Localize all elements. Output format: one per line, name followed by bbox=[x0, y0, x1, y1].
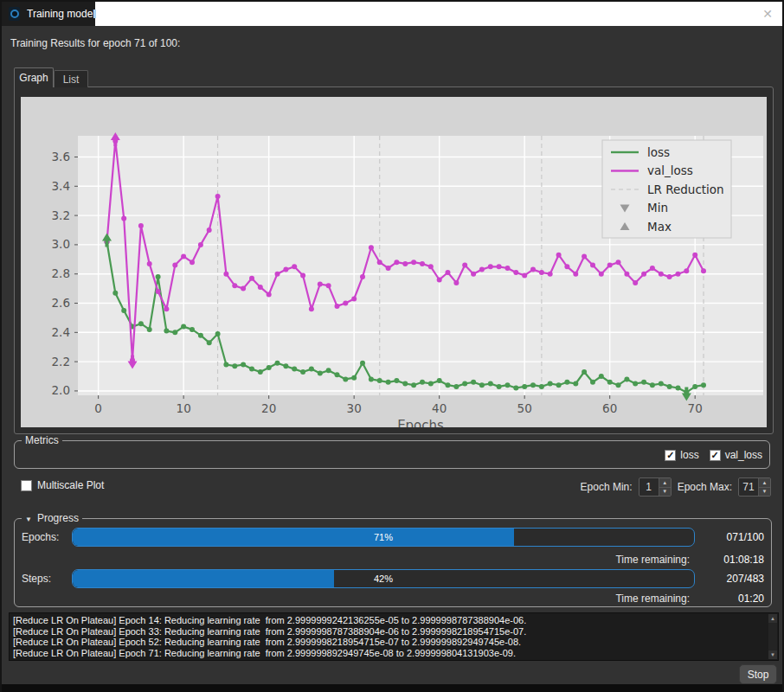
spin-up-icon[interactable]: ▲ bbox=[759, 478, 770, 488]
svg-text:3.4: 3.4 bbox=[52, 179, 70, 193]
stop-button[interactable]: Stop bbox=[739, 664, 777, 684]
svg-text:30: 30 bbox=[347, 401, 362, 415]
svg-text:2.0: 2.0 bbox=[52, 383, 70, 397]
epochs-progress-fraction: 071/100 bbox=[727, 531, 764, 543]
log-line: [Reduce LR On Plateau] Epoch 71: Reducin… bbox=[13, 648, 764, 659]
svg-text:40: 40 bbox=[432, 401, 447, 415]
checkbox-check-icon[interactable]: ✓ bbox=[665, 450, 676, 461]
metrics-groupbox: Metrics ✓ loss ✓ val_loss bbox=[14, 440, 770, 469]
training-status-text: Training Results for epoch 71 of 100: bbox=[10, 37, 180, 49]
multiscale-plot-checkbox[interactable]: Multiscale Plot bbox=[21, 479, 104, 491]
scroll-down-icon[interactable]: ▼ bbox=[768, 650, 777, 659]
spin-up-icon[interactable]: ▲ bbox=[659, 478, 671, 488]
epochs-progress-bar: 71% bbox=[72, 528, 695, 547]
svg-text:70: 70 bbox=[688, 401, 703, 415]
window-title: Training model bbox=[27, 8, 95, 20]
legend-label: Max bbox=[647, 220, 672, 234]
epoch-max-label: Epoch Max: bbox=[678, 481, 732, 493]
epochs-progress-label: Epochs: bbox=[22, 531, 59, 543]
log-line: [Reduce LR On Plateau] Epoch 14: Reducin… bbox=[13, 615, 764, 626]
metric-loss-label: loss bbox=[680, 449, 698, 461]
metric-checkbox-loss[interactable]: ✓ loss bbox=[665, 449, 698, 461]
metric-val-loss-label: val_loss bbox=[725, 449, 762, 461]
svg-text:2.6: 2.6 bbox=[52, 296, 70, 310]
epochs-progress-percent: 71% bbox=[73, 529, 694, 546]
legend-label: LR Reduction bbox=[647, 183, 724, 196]
svg-text:3.0: 3.0 bbox=[52, 237, 70, 251]
titlebar-accent-sliver bbox=[93, 10, 96, 18]
svg-text:60: 60 bbox=[602, 401, 617, 415]
svg-text:3.6: 3.6 bbox=[52, 150, 70, 163]
steps-progress-bar: 42% bbox=[72, 569, 695, 588]
spin-down-icon[interactable]: ▼ bbox=[759, 488, 770, 497]
bottom-strip bbox=[0, 684, 784, 692]
epochs-time-remaining-value: 01:08:18 bbox=[690, 554, 764, 566]
app-icon bbox=[9, 7, 20, 21]
titlebar: Training model ✕ bbox=[2, 2, 782, 26]
legend-label: loss bbox=[647, 145, 670, 159]
spin-down-icon[interactable]: ▼ bbox=[659, 488, 671, 497]
progress-group-header[interactable]: ▼Progress bbox=[22, 512, 82, 524]
checkbox-check-icon[interactable]: ✓ bbox=[710, 450, 721, 461]
steps-progress-fraction: 207/483 bbox=[727, 573, 764, 585]
svg-text:50: 50 bbox=[517, 401, 532, 415]
collapse-triangle-icon[interactable]: ▼ bbox=[25, 516, 32, 523]
close-icon[interactable]: ✕ bbox=[760, 7, 775, 21]
scroll-up-icon[interactable]: ▲ bbox=[768, 614, 777, 623]
checkbox-empty-icon[interactable] bbox=[21, 480, 32, 491]
svg-text:3.2: 3.2 bbox=[52, 208, 70, 222]
svg-text:Epochs: Epochs bbox=[397, 418, 444, 427]
progress-group-label: Progress bbox=[37, 512, 79, 524]
epoch-min-value[interactable]: 1 bbox=[639, 478, 659, 496]
epochs-time-remaining-label: Time remaining: bbox=[615, 554, 690, 566]
steps-progress-label: Steps: bbox=[22, 573, 51, 585]
epoch-min-spinbox[interactable]: 1 ▲ ▼ bbox=[639, 477, 672, 497]
metrics-group-label: Metrics bbox=[22, 434, 62, 446]
legend-label: Min bbox=[647, 201, 668, 215]
log-line: [Reduce LR On Plateau] Epoch 52: Reducin… bbox=[13, 637, 764, 648]
epoch-min-label: Epoch Min: bbox=[581, 481, 633, 493]
steps-time-remaining-value: 01:20 bbox=[690, 593, 764, 605]
tab-graph[interactable]: Graph bbox=[14, 67, 54, 87]
metric-checkbox-val-loss[interactable]: ✓ val_loss bbox=[710, 449, 762, 461]
multiscale-plot-label: Multiscale Plot bbox=[37, 479, 104, 491]
log-scrollbar[interactable]: ▲ ▼ bbox=[768, 614, 777, 659]
legend-label: val_loss bbox=[647, 163, 693, 177]
svg-text:10: 10 bbox=[177, 401, 191, 415]
svg-text:0: 0 bbox=[94, 401, 102, 415]
log-line: [Reduce LR On Plateau] Epoch 33: Reducin… bbox=[13, 626, 764, 638]
log-output[interactable]: [Reduce LR On Plateau] Epoch 14: Reducin… bbox=[9, 612, 779, 661]
epoch-max-value[interactable]: 71 bbox=[739, 478, 758, 496]
training-chart: 0102030405060702.02.22.42.62.83.03.23.43… bbox=[21, 97, 767, 427]
tab-list[interactable]: List bbox=[54, 70, 88, 87]
progress-groupbox: ▼Progress Epochs: 71% 071/100 Time remai… bbox=[14, 518, 772, 607]
svg-text:2.2: 2.2 bbox=[52, 355, 70, 368]
steps-progress-percent: 42% bbox=[73, 570, 694, 587]
svg-text:20: 20 bbox=[261, 401, 276, 415]
svg-text:2.8: 2.8 bbox=[52, 266, 70, 280]
titlebar-dark-segment: Training model bbox=[2, 2, 95, 26]
svg-text:2.4: 2.4 bbox=[52, 325, 70, 339]
steps-time-remaining-label: Time remaining: bbox=[615, 593, 690, 605]
epoch-max-spinbox[interactable]: 71 ▲ ▼ bbox=[738, 477, 771, 497]
